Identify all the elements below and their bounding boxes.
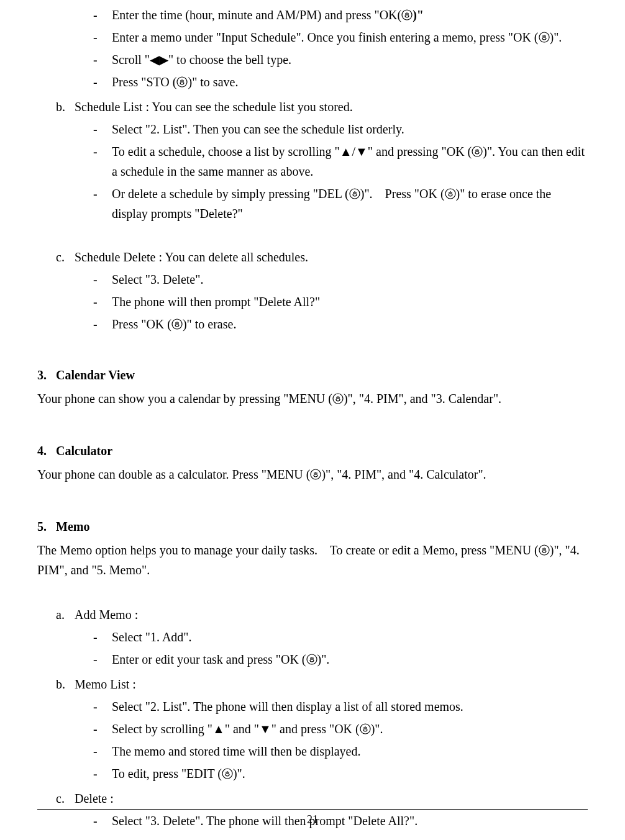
section-number: 5. bbox=[37, 517, 56, 536]
item-b-title: Schedule List : You can see the schedule… bbox=[75, 97, 353, 117]
ok-hand-icon bbox=[360, 723, 371, 734]
section-5-heading: 5. Memo bbox=[37, 517, 588, 536]
bullet-text: Press "OK ()" to erase. bbox=[112, 314, 588, 334]
bullet-text: The phone will then prompt "Delete All?" bbox=[112, 292, 588, 312]
bullet-b-1: - Select "2. List". Then you can see the… bbox=[37, 119, 588, 139]
ok-hand-icon bbox=[445, 188, 456, 199]
bullet-c-1: - Select "3. Delete". bbox=[37, 269, 588, 289]
bullet-text: Press "STO ()" to save. bbox=[112, 72, 588, 92]
bullet-add-memo-2: - Enter or edit your task and press "OK … bbox=[37, 649, 588, 669]
del-hand-icon bbox=[349, 188, 360, 199]
ok-hand-icon bbox=[306, 654, 317, 665]
dash: - bbox=[93, 72, 112, 92]
dash: - bbox=[93, 741, 112, 761]
left-arrow-icon: ◀ bbox=[150, 53, 159, 66]
ok-hand-icon bbox=[171, 318, 183, 330]
ok-hand-icon bbox=[472, 146, 483, 157]
section-title: Memo bbox=[56, 517, 89, 536]
bullet-press-sto: - Press "STO ()" to save. bbox=[37, 72, 588, 92]
bullet-text: Select by scrolling "▲" and "▼" and pres… bbox=[112, 719, 588, 739]
up-arrow-icon: ▲ bbox=[340, 145, 352, 158]
letter-label: c. bbox=[56, 247, 75, 267]
item-b-memo-list: b. Memo List : bbox=[37, 674, 588, 694]
item-c-title: Schedule Delete : You can delete all sch… bbox=[75, 247, 308, 267]
bullet-c-2: - The phone will then prompt "Delete All… bbox=[37, 292, 588, 312]
menu-hand-icon bbox=[332, 393, 344, 404]
dash: - bbox=[93, 5, 112, 25]
bullet-text: To edit, press "EDIT ()". bbox=[112, 764, 588, 784]
right-arrow-icon: ▶ bbox=[159, 53, 168, 66]
bullet-memo-list-3: - The memo and stored time will then be … bbox=[37, 741, 588, 761]
bullet-text: Select "3. Delete". bbox=[112, 269, 588, 289]
menu-hand-icon bbox=[310, 469, 321, 480]
dash: - bbox=[93, 269, 112, 289]
section-number: 3. bbox=[37, 365, 56, 385]
dash: - bbox=[93, 50, 112, 70]
up-arrow-icon: ▲ bbox=[212, 722, 225, 736]
ok-hand-icon bbox=[176, 76, 188, 88]
section-4-heading: 4. Calculator bbox=[37, 441, 588, 461]
dash: - bbox=[93, 314, 112, 334]
bullet-text: The memo and stored time will then be di… bbox=[112, 741, 588, 761]
section-5-body: The Memo option helps you to manage your… bbox=[37, 540, 588, 580]
edit-hand-icon bbox=[222, 768, 233, 779]
bullet-text: To edit a schedule, choose a list by scr… bbox=[112, 142, 588, 181]
item-c-memo-title: Delete : bbox=[75, 788, 114, 808]
bullet-memo-list-2: - Select by scrolling "▲" and "▼" and pr… bbox=[37, 719, 588, 739]
bullet-scroll-bell: - Scroll "◀▶" to choose the bell type. bbox=[37, 50, 588, 70]
dash: - bbox=[93, 119, 112, 139]
page-number: 21 bbox=[307, 813, 318, 826]
bullet-enter-memo: - Enter a memo under "Input Schedule". O… bbox=[37, 27, 588, 47]
bullet-text: Scroll "◀▶" to choose the bell type. bbox=[112, 50, 588, 70]
letter-label: b. bbox=[56, 674, 75, 694]
section-3-heading: 3. Calendar View bbox=[37, 365, 588, 385]
item-b-schedule-list: b. Schedule List : You can see the sched… bbox=[37, 97, 588, 117]
dash: - bbox=[93, 649, 112, 669]
bullet-b-2: - To edit a schedule, choose a list by s… bbox=[37, 142, 588, 181]
section-4-body: Your phone can double as a calculator. P… bbox=[37, 464, 588, 484]
dash: - bbox=[93, 697, 112, 716]
letter-label: b. bbox=[56, 97, 75, 117]
page-footer: 21 bbox=[37, 809, 588, 829]
menu-hand-icon bbox=[539, 544, 550, 556]
bullet-b-3: - Or delete a schedule by simply pressin… bbox=[37, 184, 588, 224]
section-number: 4. bbox=[37, 441, 56, 461]
bullet-text: Select "2. List". The phone will then di… bbox=[112, 697, 588, 716]
dash: - bbox=[93, 719, 112, 739]
bullet-enter-time: - Enter the time (hour, minute and AM/PM… bbox=[37, 5, 588, 25]
down-arrow-icon: ▼ bbox=[259, 722, 271, 736]
bullet-memo-list-4: - To edit, press "EDIT ()". bbox=[37, 764, 588, 784]
item-a-add-memo: a. Add Memo : bbox=[37, 605, 588, 625]
dash: - bbox=[93, 764, 112, 784]
down-arrow-icon: ▼ bbox=[355, 145, 368, 158]
item-c-schedule-delete: c. Schedule Delete : You can delete all … bbox=[37, 247, 588, 267]
dash: - bbox=[93, 292, 112, 312]
item-b-memo-title: Memo List : bbox=[75, 674, 136, 694]
dash: - bbox=[93, 142, 112, 161]
ok-hand-icon bbox=[539, 32, 550, 43]
dash: - bbox=[93, 627, 112, 647]
bullet-memo-list-1: - Select "2. List". The phone will then … bbox=[37, 697, 588, 716]
dash: - bbox=[93, 184, 112, 204]
section-3-body: Your phone can show you a calendar by pr… bbox=[37, 389, 588, 409]
dash: - bbox=[93, 27, 112, 47]
letter-label: a. bbox=[56, 605, 75, 625]
section-title: Calculator bbox=[56, 441, 112, 461]
bullet-text: Enter the time (hour, minute and AM/PM) … bbox=[112, 5, 588, 25]
ok-hand-icon bbox=[401, 9, 413, 20]
bullet-text: Select "2. List". Then you can see the s… bbox=[112, 119, 588, 139]
section-title: Calendar View bbox=[56, 365, 135, 385]
bullet-add-memo-1: - Select "1. Add". bbox=[37, 627, 588, 647]
item-c-memo-delete: c. Delete : bbox=[37, 788, 588, 808]
bullet-text: Or delete a schedule by simply pressing … bbox=[112, 184, 588, 224]
bullet-text: Select "1. Add". bbox=[112, 627, 588, 647]
item-a-title: Add Memo : bbox=[75, 605, 138, 625]
bullet-text: Enter or edit your task and press "OK ()… bbox=[112, 649, 588, 669]
bullet-c-3: - Press "OK ()" to erase. bbox=[37, 314, 588, 334]
bullet-text: Enter a memo under "Input Schedule". Onc… bbox=[112, 27, 588, 47]
letter-label: c. bbox=[56, 788, 75, 808]
